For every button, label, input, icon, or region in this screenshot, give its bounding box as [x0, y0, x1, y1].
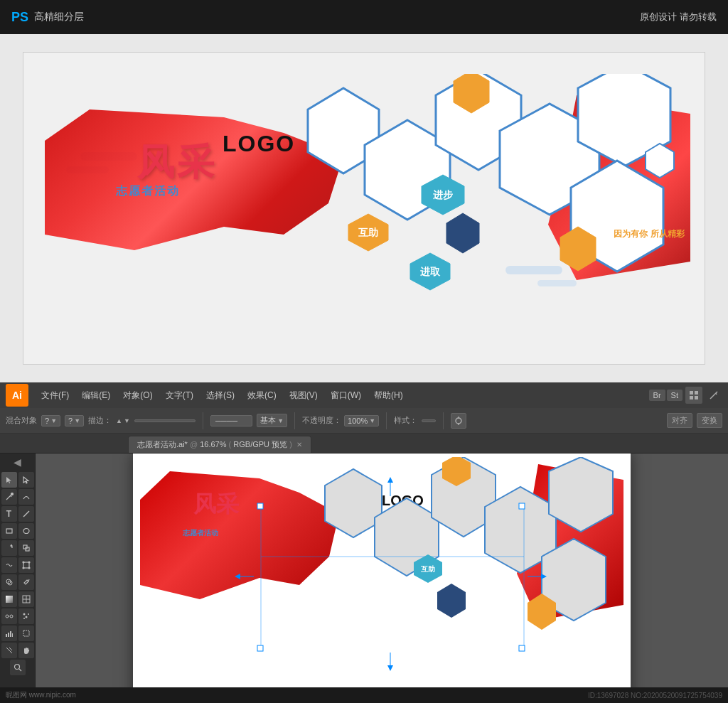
symbol-tool[interactable] [18, 608, 34, 624]
opacity-input[interactable]: 100% ▼ [344, 415, 379, 426]
menu-file[interactable]: 文件(F) [36, 387, 75, 404]
document-tab[interactable]: 志愿者活动.ai* @ 16.67% ( RGB/GPU 预览 ) ✕ [128, 436, 311, 453]
tab-close-button[interactable]: ✕ [296, 441, 302, 449]
align-button[interactable]: 对齐 [667, 413, 692, 428]
menu-text[interactable]: 文字(T) [160, 387, 199, 404]
question-dropdown[interactable]: ? ▼ [41, 415, 60, 426]
slice-tool[interactable] [1, 643, 17, 658]
svg-rect-29 [23, 562, 29, 568]
svg-rect-49 [8, 633, 9, 637]
selection-tool[interactable] [1, 472, 17, 488]
grid-icon[interactable] [685, 387, 702, 404]
toolbar-sep-2 [294, 412, 295, 429]
editor-area: ◀ T [0, 454, 728, 702]
warp-tool[interactable] [1, 557, 17, 573]
svg-line-56 [19, 669, 21, 671]
scale-tool[interactable] [18, 540, 34, 556]
svg-point-20 [456, 418, 461, 424]
style-swatch[interactable] [422, 419, 436, 422]
tool-row-5 [1, 540, 34, 556]
tag-huzhu: 互助 [346, 213, 392, 255]
menu-view[interactable]: 视图(V) [284, 387, 323, 404]
top-bar-left: PS 高精细分层 [11, 10, 84, 25]
ellipse-tool[interactable] [18, 523, 34, 539]
tool-row-9 [1, 608, 34, 624]
eyedropper-tool[interactable] [18, 574, 34, 590]
svg-point-26 [23, 529, 29, 534]
graph-tool[interactable] [1, 626, 17, 641]
svg-point-55 [14, 665, 19, 670]
watermark-id: ID:13697028 NO:20200520091725754039 [588, 692, 722, 699]
ai-canvas: 风采 志愿者活动 LOGO [133, 454, 631, 702]
tools-panel: ◀ T [0, 454, 36, 702]
tab-filename: 志愿者活动.ai* @ 16.67% ( RGB/GPU 预览 ) [137, 439, 292, 450]
basic-dropdown[interactable]: 基本 ▼ [257, 414, 287, 427]
stroke-input[interactable] [134, 419, 196, 422]
hand-tool[interactable] [18, 643, 34, 658]
opacity-control: 不透明度： 100% ▼ [302, 415, 379, 426]
svg-rect-16 [690, 391, 693, 395]
opacity-label: 不透明度： [302, 415, 341, 426]
svg-rect-17 [695, 391, 698, 395]
blend-tool[interactable] [1, 608, 17, 624]
menu-help[interactable]: 帮助(H) [368, 387, 409, 404]
mesh-tool[interactable] [18, 591, 34, 607]
menu-edit[interactable]: 编辑(E) [76, 387, 116, 404]
rect-tool[interactable] [1, 523, 17, 539]
gradient-tool[interactable] [1, 591, 17, 607]
direct-select-tool[interactable] [18, 472, 34, 488]
tool-row-4 [1, 523, 34, 539]
rotate-tool[interactable] [1, 540, 17, 556]
stroke-label: 描边： [88, 415, 112, 426]
toolbar-sep-4 [443, 412, 444, 429]
top-bar-title: 高精细分层 [34, 11, 84, 23]
arrange-icon[interactable] [451, 413, 466, 429]
tag-yingwei: 因为有你 所从精彩 [614, 227, 685, 240]
svg-marker-64 [437, 584, 466, 618]
menu-select[interactable]: 选择(S) [200, 387, 240, 404]
collapse-arrow[interactable]: ◀ [14, 456, 21, 468]
line-tool[interactable] [18, 506, 34, 522]
free-transform-tool[interactable] [18, 557, 34, 573]
transform-button[interactable]: 变换 [697, 413, 722, 428]
zoom-tool[interactable] [10, 660, 26, 675]
menu-effect[interactable]: 效果(C) [242, 387, 282, 404]
svg-rect-25 [6, 529, 12, 533]
pen-tool-icon[interactable] [705, 387, 722, 404]
svg-text:进步: 进步 [432, 189, 454, 200]
tool-row-12 [10, 660, 26, 675]
stock-icon[interactable]: St [667, 390, 682, 401]
preview-canvas: 风采 志愿者活动 LOGO [23, 52, 705, 365]
menu-object[interactable]: 对象(O) [117, 387, 158, 404]
toolbar-sep-3 [386, 412, 387, 429]
pen-tool[interactable] [1, 489, 17, 505]
question-dropdown-2[interactable]: ? ▼ [65, 415, 84, 426]
bottom-watermark-bar: 昵图网 www.nipic.com ID:13697028 NO:2020052… [0, 687, 728, 703]
svg-point-33 [28, 567, 30, 569]
svg-text:互助: 互助 [421, 565, 435, 573]
svg-point-23 [11, 493, 13, 495]
svg-rect-71 [257, 645, 263, 651]
type-tool[interactable]: T [1, 506, 17, 522]
svg-text:互助: 互助 [358, 227, 378, 238]
curvature-tool[interactable] [18, 489, 34, 505]
options-toolbar: 混合对象 ? ▼ ? ▼ 描边： ▲ ▼ ──── 基本 ▼ 不透明度： 100… [0, 408, 728, 434]
canvas-area[interactable]: 风采 志愿者活动 LOGO [36, 454, 728, 702]
shape-builder-tool[interactable] [1, 574, 17, 590]
stroke-up-down[interactable]: ▲ ▼ [116, 417, 130, 424]
svg-point-45 [28, 613, 29, 615]
tool-row-11 [1, 643, 34, 658]
watermark-site: 昵图网 www.nipic.com [6, 690, 76, 700]
tab-bar: 志愿者活动.ai* @ 16.67% ( RGB/GPU 预览 ) ✕ [0, 434, 728, 454]
main-title-fengcai: 风采 [137, 138, 217, 188]
tool-row-7 [1, 574, 34, 590]
line-style[interactable]: ──── [210, 415, 252, 426]
mini-hex-svg [275, 457, 616, 699]
ai-logo-icon: Ai [6, 384, 28, 407]
bridge-icon[interactable]: Br [649, 390, 665, 401]
menu-window[interactable]: 窗口(W) [325, 387, 367, 404]
svg-point-47 [23, 618, 25, 619]
svg-line-53 [6, 648, 12, 653]
tool-row-2 [1, 489, 34, 505]
artboard-tool[interactable] [18, 626, 34, 641]
